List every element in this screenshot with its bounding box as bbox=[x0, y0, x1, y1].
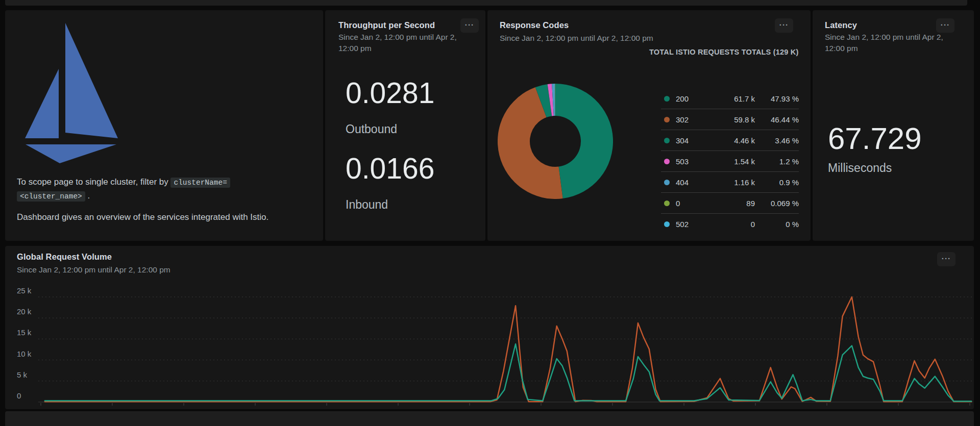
legend-percent: 3.46 % bbox=[755, 136, 799, 145]
legend-percent: 1.2 % bbox=[755, 157, 799, 166]
istio-logo bbox=[24, 23, 118, 163]
response-codes-legend: 20061.7 k47.93 %30259.8 k46.44 %3044.46 … bbox=[661, 88, 799, 234]
legend-row-0[interactable]: 0890.069 % bbox=[661, 193, 799, 214]
response-codes-donut bbox=[498, 84, 613, 199]
legend-code: 200 bbox=[676, 94, 706, 103]
scope-instruction-text: To scope page to single cluster, filter … bbox=[17, 175, 262, 203]
latency-panel: Latency Since Jan 2, 12:00 pm until Apr … bbox=[813, 10, 974, 241]
dashboard-description-text: Dashboard gives an overview of the servi… bbox=[17, 210, 313, 224]
legend-percent: 46.44 % bbox=[755, 115, 799, 124]
istio-logo-hull bbox=[26, 144, 116, 163]
legend-count: 59.8 k bbox=[706, 115, 755, 124]
legend-row-502[interactable]: 50200 % bbox=[661, 214, 799, 234]
y-axis-label: 0 bbox=[17, 391, 21, 400]
y-axis-label: 5 k bbox=[17, 370, 28, 379]
outbound-label: Outbound bbox=[346, 123, 397, 135]
legend-row-503[interactable]: 5031.54 k1.2 % bbox=[661, 151, 799, 172]
inbound-label: Inbound bbox=[346, 199, 388, 211]
legend-percent: 0.9 % bbox=[755, 178, 799, 187]
requests-table-title: TOTAL ISTIO REQUESTS TOTALS (129 K) bbox=[649, 47, 800, 58]
legend-dot-502 bbox=[664, 221, 670, 227]
legend-count: 89 bbox=[706, 199, 755, 208]
line-series-orange bbox=[45, 297, 971, 402]
cluster-name-code: clusterName= bbox=[170, 178, 230, 188]
legend-code: 304 bbox=[676, 136, 706, 145]
latency-unit-label: Milliseconds bbox=[828, 162, 892, 174]
global-request-volume-panel: Global Request Volume Since Jan 2, 12:00… bbox=[5, 246, 974, 409]
cluster-name-code-2: <cluster_name> bbox=[17, 191, 85, 202]
legend-count: 1.54 k bbox=[706, 157, 755, 166]
legend-code: 502 bbox=[676, 220, 706, 229]
throughput-menu-button[interactable]: ... bbox=[460, 18, 479, 33]
legend-count: 61.7 k bbox=[706, 94, 755, 103]
top-panel-strip bbox=[5, 0, 967, 6]
donut-slice-200[interactable] bbox=[555, 84, 613, 198]
latency-subtitle: Since Jan 2, 12:00 pm until Apr 2, 12:00… bbox=[825, 32, 945, 55]
legend-percent: 0.069 % bbox=[755, 199, 799, 208]
bottom-panel-strip bbox=[5, 411, 974, 426]
y-axis-label: 20 k bbox=[17, 307, 32, 316]
legend-dot-503 bbox=[664, 159, 670, 164]
istio-logo-main-sail bbox=[65, 23, 118, 138]
latency-value: 67.729 bbox=[828, 123, 922, 154]
istio-logo-jib-sail bbox=[25, 69, 59, 138]
legend-percent: 0 % bbox=[755, 220, 799, 229]
legend-row-404[interactable]: 4041.16 k0.9 % bbox=[661, 172, 799, 193]
legend-code: 302 bbox=[676, 115, 706, 124]
global-request-volume-chart: 25 k20 k15 k10 k5 k0 bbox=[5, 246, 974, 409]
legend-dot-0 bbox=[664, 201, 670, 206]
throughput-panel: Throughput per Second Since Jan 2, 12:00… bbox=[325, 10, 485, 241]
y-axis-label: 25 k bbox=[17, 286, 32, 295]
scope-text-prefix: To scope page to single cluster, filter … bbox=[17, 177, 170, 187]
latency-title: Latency bbox=[825, 20, 857, 30]
outbound-value: 0.0281 bbox=[346, 79, 434, 108]
legend-dot-302 bbox=[664, 117, 670, 122]
legend-dot-200 bbox=[664, 96, 670, 102]
legend-code: 404 bbox=[676, 178, 706, 187]
legend-dot-304 bbox=[664, 138, 670, 143]
legend-count: 4.46 k bbox=[706, 136, 755, 145]
throughput-subtitle: Since Jan 2, 12:00 pm until Apr 2, 12:00… bbox=[338, 32, 458, 55]
legend-count: 0 bbox=[706, 220, 755, 229]
response-codes-panel: Response Codes Since Jan 2, 12:00 pm unt… bbox=[487, 10, 811, 241]
legend-code: 0 bbox=[676, 199, 706, 208]
legend-row-304[interactable]: 3044.46 k3.46 % bbox=[661, 130, 799, 151]
throughput-title: Throughput per Second bbox=[338, 20, 435, 30]
latency-menu-button[interactable]: ... bbox=[936, 18, 954, 33]
response-codes-subtitle: Since Jan 2, 12:00 pm until Apr 2, 12:00… bbox=[500, 33, 796, 44]
legend-count: 1.16 k bbox=[706, 178, 755, 187]
istio-info-panel: To scope page to single cluster, filter … bbox=[5, 10, 323, 241]
legend-row-302[interactable]: 30259.8 k46.44 % bbox=[661, 109, 799, 130]
response-codes-menu-button[interactable]: ... bbox=[775, 18, 793, 33]
y-axis-label: 10 k bbox=[17, 349, 32, 358]
legend-percent: 47.93 % bbox=[755, 94, 799, 103]
y-axis-label: 15 k bbox=[17, 328, 32, 337]
legend-row-200[interactable]: 20061.7 k47.93 % bbox=[661, 88, 799, 109]
inbound-value: 0.0166 bbox=[346, 154, 434, 183]
line-series-teal bbox=[45, 344, 971, 401]
response-codes-title: Response Codes bbox=[500, 20, 569, 30]
scope-text-suffix: . bbox=[85, 191, 90, 201]
legend-dot-404 bbox=[664, 180, 670, 185]
legend-code: 503 bbox=[676, 157, 706, 166]
